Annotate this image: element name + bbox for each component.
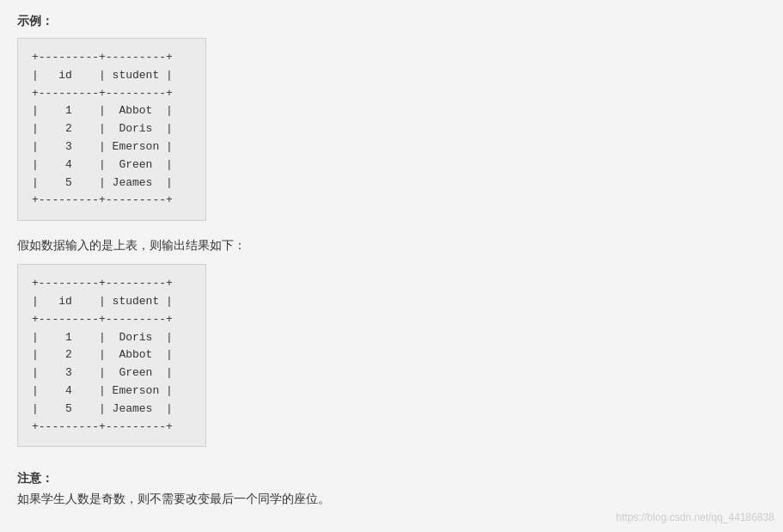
description-text: 假如数据输入的是上表，则输出结果如下： <box>17 238 766 254</box>
table2-content: +---------+---------+ | id | student | +… <box>32 275 192 436</box>
table1-block: +---------+---------+ | id | student | +… <box>17 38 206 221</box>
note-label: 注意： <box>17 471 766 486</box>
table2-block: +---------+---------+ | id | student | +… <box>17 264 206 447</box>
table1-content: +---------+---------+ | id | student | +… <box>32 49 192 210</box>
watermark: https://blog.csdn.net/qq_44186838 <box>616 511 774 523</box>
note-text: 如果学生人数是奇数，则不需要改变最后一个同学的座位。 <box>17 492 766 507</box>
example-label: 示例： <box>17 14 766 29</box>
